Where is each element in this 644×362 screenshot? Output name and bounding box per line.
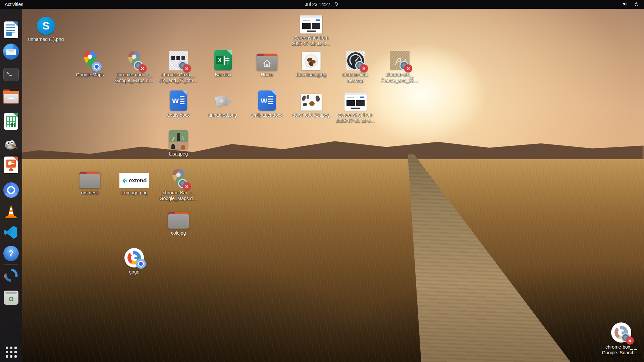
desktop-icon-coldjpg[interactable]: coldjpg	[155, 207, 202, 236]
desktop-icon-google-maps[interactable]: Google Maps	[66, 49, 113, 78]
files-icon[interactable]	[3, 89, 19, 105]
activities-button[interactable]: Activities	[5, 0, 23, 9]
desktop-icon-download-jpeg[interactable]: download.jpeg	[288, 49, 335, 78]
extend-logo-icon: extend	[119, 173, 149, 188]
help-icon[interactable]: ?	[3, 245, 19, 261]
folder-icon	[168, 212, 189, 229]
bell-icon	[334, 1, 339, 8]
desktop-icon-label: chrome-Gaza__ UK_and_27_oth…	[159, 72, 198, 83]
trash-icon[interactable]: ♻	[3, 290, 19, 306]
vscode-icon[interactable]	[3, 224, 19, 240]
monkeys-photo-icon	[301, 94, 322, 111]
desktop-icon-label: coldjpg	[171, 230, 186, 236]
clock-label: Jul 23 14:27	[305, 2, 330, 7]
impress-page	[4, 157, 18, 173]
desktop-icon-label: wallpaper.docx	[252, 112, 283, 118]
desktop-icon-unnamed-png[interactable]: unnamed.png	[199, 89, 246, 118]
libreoffice-writer-icon[interactable]	[3, 22, 19, 38]
desktop-icon-label: chrome-moon_-_ Google_Maps.d…	[115, 72, 153, 83]
classroom-photo-icon	[169, 130, 188, 149]
desktop-icon-unnamed-1-png[interactable]: S unnamed (1).png	[22, 13, 69, 42]
terminal-glyph: >_	[3, 68, 19, 81]
desktop-icon-label: chrome-box_-_ Google_Search.…	[602, 344, 640, 356]
desktop-icon-chrome-gaza[interactable]: × chrome-Gaza__ UK_and_27_oth…	[155, 49, 202, 83]
broken-link-badge: ×	[134, 61, 147, 72]
system-status-area[interactable]	[622, 1, 639, 8]
desktop-icon-label: chrome-Bar_-_ Google_Maps.d…	[160, 190, 198, 201]
desktop-icon-label: Bar.xlsx	[215, 72, 231, 78]
thunderbird-icon[interactable]	[3, 44, 19, 60]
vlc-icon[interactable]	[3, 203, 19, 219]
desktop-icon-label: Home	[261, 72, 273, 78]
grey-logo-icon	[213, 95, 232, 111]
vlc-cone	[3, 203, 19, 219]
broken-link-badge: ×	[178, 61, 191, 72]
desktop-icon-eximage-png[interactable]: extend eximage.png	[111, 167, 158, 196]
screenshot-thumbnail-icon	[344, 93, 367, 111]
google-maps-pin-faded-icon: ×	[124, 50, 144, 70]
dock: >_	[0, 9, 22, 362]
desktop-icon-label: Screenshot from 2025-07-22 11-3…	[292, 35, 331, 47]
desktop-icon-download-1-jpeg[interactable]: download (1).jpeg	[288, 89, 335, 118]
activities-label: Activities	[5, 2, 23, 7]
google-g-faded-icon: ×	[611, 322, 631, 343]
chromium-badge	[136, 259, 146, 269]
terminal-icon[interactable]: >_	[3, 66, 19, 82]
desktop-icon-chrome-bar[interactable]: × chrome-Bar_-_ Google_Maps.d…	[155, 167, 202, 201]
writer-page	[4, 21, 18, 38]
help-glyph: ?	[3, 246, 19, 261]
libreoffice-calc-icon[interactable]	[3, 113, 19, 129]
desktop-icon-home[interactable]: Home	[244, 49, 290, 78]
desktop-icon-screenshot-2[interactable]: Screenshot from 2025-07-22 11-3…	[332, 89, 379, 124]
desktop-icon-label: gogo	[129, 269, 139, 275]
desktop-icon-deals-docx[interactable]: W deals.docx	[155, 89, 202, 118]
volume-icon	[622, 1, 628, 8]
desktop-icon-wallpaper-docx[interactable]: W wallpaper.docx	[244, 89, 290, 118]
power-icon	[634, 1, 639, 8]
desktop-icon-chrome-moon[interactable]: × chrome-moon_-_ Google_Maps.d…	[111, 49, 158, 83]
google-maps-pin-icon	[80, 50, 100, 70]
thunderbird-logo	[3, 44, 19, 60]
food-photo-icon	[302, 52, 321, 70]
desktop-icon-label: rustdesk	[81, 190, 99, 196]
desktop-icon-label: chrome-UK,_ France_and_23…	[381, 72, 419, 83]
calc-page	[4, 113, 18, 130]
gimp-wilber	[3, 136, 19, 152]
software-updater-icon[interactable]	[3, 267, 19, 283]
chromium-icon[interactable]	[3, 182, 19, 198]
desktop-icon-rustdesk[interactable]: rustdesk	[66, 167, 113, 196]
tan-calligraphy-icon: ×	[390, 51, 410, 70]
desktop-icon-chrome-box[interactable]: × chrome-box_-_ Google_Search.…	[598, 321, 644, 356]
broken-link-badge: ×	[178, 179, 191, 190]
screenshot-thumbnail-icon	[300, 15, 322, 34]
dock-separator	[4, 264, 18, 264]
chromium-logo	[3, 182, 19, 198]
chromium-badge	[92, 62, 102, 72]
desktop-icon-chrome-first[interactable]: × chrome-first. desktop	[332, 49, 379, 83]
clock-button[interactable]: Jul 23 14:27	[305, 1, 339, 8]
apps-grid-dots	[6, 347, 17, 358]
excel-file-icon: X	[214, 50, 232, 70]
top-bar: Activities Jul 23 14:27	[0, 0, 644, 9]
desktop-icon-label: Google Maps	[76, 72, 104, 78]
dark-gauge-icon: ×	[346, 51, 365, 70]
desktop-icon-label: download (1).jpeg	[292, 112, 330, 118]
desktop-icon-label: chrome-first. desktop	[342, 72, 369, 83]
desktop-icon-label: Screenshot from 2025-07-22 11-3…	[336, 112, 375, 124]
desktop-icon-lisa-jpeg[interactable]: Lisa.jpeg	[155, 128, 202, 157]
desktop-icon-gogo[interactable]: gogo	[111, 246, 158, 275]
update-arrows	[3, 267, 19, 283]
broken-link-badge: ×	[355, 61, 368, 72]
broken-link-badge: ×	[621, 333, 634, 345]
desktop-icon-chrome-uk-france[interactable]: × chrome-UK,_ France_and_23…	[376, 49, 423, 83]
desktop-icon-screenshot-1[interactable]: Screenshot from 2025-07-22 11-3…	[288, 12, 335, 47]
show-applications-icon[interactable]	[3, 344, 19, 360]
recycle-glyph: ♻	[8, 295, 14, 303]
gimp-icon[interactable]	[3, 136, 19, 152]
desktop-icon-bar-xlsx[interactable]: X Bar.xlsx	[200, 49, 247, 78]
libreoffice-impress-icon[interactable]	[3, 157, 19, 173]
google-g-icon	[124, 248, 144, 267]
files-folder	[3, 91, 19, 104]
folder-icon	[79, 172, 100, 188]
word-file-icon: W	[258, 90, 276, 111]
